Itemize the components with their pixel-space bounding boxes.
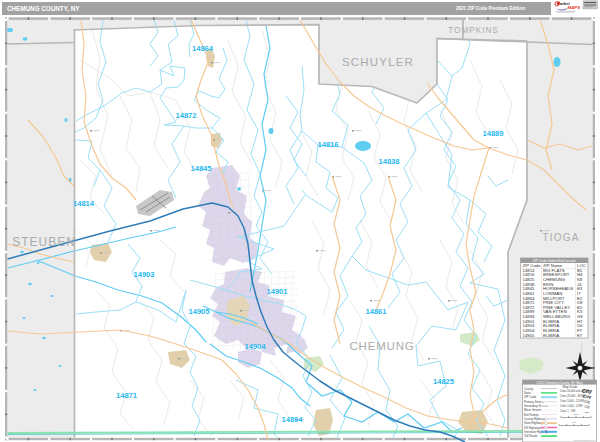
svg-text:14901: 14901: [266, 287, 288, 296]
svg-text:14861: 14861: [365, 307, 387, 316]
svg-text:Map Scale: Map Scale: [563, 385, 578, 389]
svg-text:Cities 1,000 - 4,999: Cities 1,000 - 4,999: [560, 404, 583, 408]
svg-text:Copyright MarketMAPS: Copyright MarketMAPS: [574, 439, 596, 441]
svg-text:14871: 14871: [116, 391, 138, 400]
svg-text:14864: 14864: [192, 44, 214, 53]
svg-text:TOMPKINS: TOMPKINS: [448, 26, 499, 35]
svg-text:Toll Roads: Toll Roads: [524, 434, 538, 438]
svg-text:SCHUYLER: SCHUYLER: [342, 56, 414, 68]
svg-text:KM: KM: [572, 421, 575, 423]
svg-text:14903: 14903: [133, 270, 154, 279]
svg-text:E7: E7: [577, 333, 583, 338]
svg-text:14814: 14814: [73, 199, 95, 208]
svg-text:City: City: [583, 394, 592, 399]
svg-text:ZIP Code Index/Grid Locator: ZIP Code Index/Grid Locator: [533, 259, 577, 263]
svg-text:14894: 14894: [281, 415, 303, 424]
svg-text:14905: 14905: [523, 333, 536, 338]
svg-text:14889: 14889: [482, 129, 503, 138]
svg-text:CHEMUNG: CHEMUNG: [349, 340, 414, 352]
svg-text:14872: 14872: [175, 111, 196, 120]
svg-text:14845: 14845: [190, 164, 212, 173]
svg-text:14825: 14825: [433, 377, 455, 386]
svg-text:Miles: Miles: [573, 413, 579, 415]
svg-text:Cities 5,000 - 24,999: Cities 5,000 - 24,999: [560, 399, 584, 403]
svg-text:ZIP Code: ZIP Code: [524, 395, 537, 399]
svg-text:14838: 14838: [378, 157, 399, 166]
svg-text:City: City: [585, 405, 590, 409]
svg-text:14816: 14816: [317, 140, 338, 149]
svg-text:ELMIRA: ELMIRA: [543, 333, 559, 338]
svg-text:TIOGA: TIOGA: [542, 232, 579, 243]
svg-text:14905: 14905: [188, 307, 210, 316]
svg-text:STEUBEN: STEUBEN: [12, 235, 76, 249]
svg-text:City: City: [584, 400, 590, 404]
svg-text:14904: 14904: [244, 342, 266, 351]
